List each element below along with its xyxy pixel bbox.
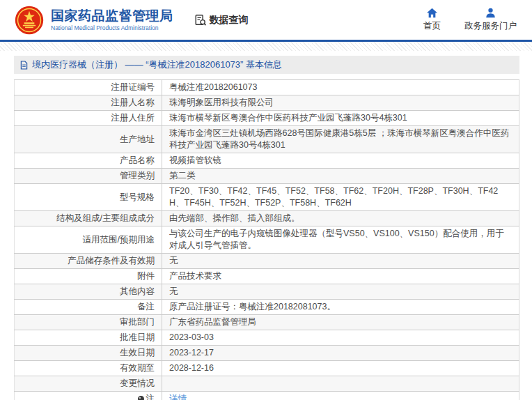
row-label: 注册人名称	[15, 95, 162, 111]
table-row: 有效期至2028-12-16	[15, 361, 519, 376]
table-row: 审批部门广东省药品监督管理局	[15, 315, 519, 330]
row-value: 粤械注准20182061073	[162, 80, 519, 95]
row-label: 生效日期	[15, 346, 162, 361]
row-label: 变更情况	[15, 376, 162, 392]
row-value: 2028-12-16	[162, 361, 519, 376]
row-value: 无	[162, 254, 519, 269]
row-value: 原产品注册证号：粤械注准20182081073。	[162, 300, 519, 315]
table-row: 适用范围/预期用途与该公司生产的电子内窥镜图像处理器（型号VS50、VS100、…	[15, 226, 519, 254]
row-label: 审批部门	[15, 315, 162, 330]
table-row: 管理类别第二类	[15, 169, 519, 184]
table-row: 注册人住所珠海市横琴新区粤澳合作中医药科技产业园飞蓬路30号4栋301	[15, 111, 519, 126]
table-row: 注详情	[15, 392, 519, 400]
striped-band	[0, 42, 532, 51]
table-row: 注册证编号粤械注准20182061073	[15, 80, 519, 95]
row-value: 广东省药品监督管理局	[162, 315, 519, 330]
row-label: 注册人住所	[15, 111, 162, 126]
breadcrumb: 境内医疗器械（注册） —— “粤械注准20182061073” 基本信息	[14, 56, 519, 74]
breadcrumb-text: 境内医疗器械（注册） —— “粤械注准20182061073” 基本信息	[32, 59, 282, 71]
note-icon	[138, 396, 144, 400]
row-value: 详情	[162, 392, 519, 400]
row-label: 其他内容	[15, 284, 162, 300]
brand: 国家药品监督管理局 National Medical Products Admi…	[14, 5, 173, 36]
table-row: 生效日期2023-12-17	[15, 346, 519, 361]
row-label: 备注	[15, 300, 162, 315]
site-title: 国家药品监督管理局	[51, 8, 173, 24]
table-row: 型号规格TF20、TF30、TF42、TF45、TF52、TF58、TF62、T…	[15, 184, 519, 211]
row-value: 珠海明象医用科技有限公司	[162, 95, 519, 111]
table-row: 注册人名称珠海明象医用科技有限公司	[15, 95, 519, 111]
table-row: 产品储存条件及有效期无	[15, 254, 519, 269]
site-header: 国家药品监督管理局 National Medical Products Admi…	[0, 0, 532, 40]
row-value: 珠海市金湾区三灶镇机场西路628号国际健康港5栋5层 ；珠海市横琴新区粤澳合作中…	[162, 126, 519, 153]
row-label: 产品储存条件及有效期	[15, 254, 162, 269]
row-value: 2023-12-17	[162, 346, 519, 361]
row-label: 管理类别	[15, 169, 162, 184]
document-search-icon	[194, 14, 207, 26]
row-value: 由先端部、操作部、插入部组成。	[162, 211, 519, 226]
row-value: TF20、TF30、TF42、TF45、TF52、TF58、TF62、TF20H…	[162, 184, 519, 211]
nav-portal[interactable]: 政务服务门户	[464, 8, 517, 32]
header-nav: 首页 政务服务门户	[423, 8, 517, 32]
row-label: 批准日期	[15, 330, 162, 346]
document-icon	[20, 61, 28, 70]
data-query-label: 数据查询	[210, 14, 249, 26]
home-icon	[426, 8, 438, 18]
main-content: 境内医疗器械（注册） —— “粤械注准20182061073” 基本信息 注册证…	[14, 56, 519, 400]
row-label: 注	[15, 392, 162, 400]
data-query-nav[interactable]: 数据查询	[194, 14, 249, 26]
row-label: 结构及组成/主要组成成分	[15, 211, 162, 226]
row-value: 与该公司生产的电子内窥镜图像处理器（型号VS50、VS100、VS150）配合使…	[162, 226, 519, 254]
row-label: 适用范围/预期用途	[15, 226, 162, 254]
row-value: 产品技术要求	[162, 269, 519, 284]
table-row: 结构及组成/主要组成成分由先端部、操作部、插入部组成。	[15, 211, 519, 226]
brand-text: 国家药品监督管理局 National Medical Products Admi…	[51, 8, 173, 31]
site-title-en: National Medical Products Administration	[51, 24, 173, 31]
nav-portal-label: 政务服务门户	[464, 20, 517, 32]
nav-home-label: 首页	[423, 20, 441, 32]
row-value: 无	[162, 284, 519, 300]
row-value: 第二类	[162, 169, 519, 184]
national-emblem-icon	[14, 5, 45, 36]
nav-home[interactable]: 首页	[423, 8, 441, 32]
row-value: 珠海市横琴新区粤澳合作中医药科技产业园飞蓬路30号4栋301	[162, 111, 519, 126]
table-row: 变更情况	[15, 376, 519, 392]
row-value: 视频插管软镜	[162, 153, 519, 169]
table-row: 附件产品技术要求	[15, 269, 519, 284]
table-row: 其他内容无	[15, 284, 519, 300]
row-label: 型号规格	[15, 184, 162, 211]
row-label: 注册证编号	[15, 80, 162, 95]
row-label: 有效期至	[15, 361, 162, 376]
table-row: 产品名称视频插管软镜	[15, 153, 519, 169]
detail-link[interactable]: 详情	[169, 394, 187, 400]
row-label: 产品名称	[15, 153, 162, 169]
table-row: 生产地址珠海市金湾区三灶镇机场西路628号国际健康港5栋5层 ；珠海市横琴新区粤…	[15, 126, 519, 153]
user-icon	[485, 8, 496, 18]
row-label: 附件	[15, 269, 162, 284]
row-label: 生产地址	[15, 126, 162, 153]
table-row: 批准日期2023-03-03	[15, 330, 519, 346]
row-value: 2023-03-03	[162, 330, 519, 346]
row-value	[162, 376, 519, 392]
table-row: 备注原产品注册证号：粤械注准20182081073。	[15, 300, 519, 315]
registration-info-table: 注册证编号粤械注准20182061073注册人名称珠海明象医用科技有限公司注册人…	[14, 79, 519, 400]
